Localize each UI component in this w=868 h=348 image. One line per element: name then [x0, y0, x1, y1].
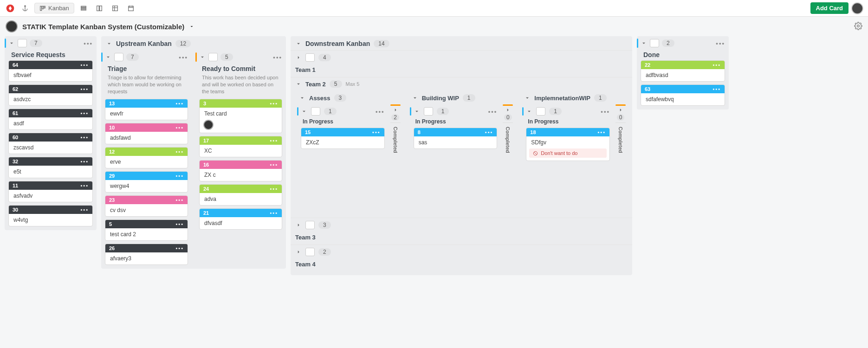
expand-icon[interactable]	[295, 249, 302, 255]
collapse-icon[interactable]	[106, 40, 112, 47]
board-dropdown-icon[interactable]	[189, 24, 194, 29]
expand-icon[interactable]	[295, 222, 302, 228]
column-filter[interactable]	[208, 53, 218, 61]
card-menu-icon[interactable]: •••	[80, 110, 89, 116]
card-menu-icon[interactable]: •••	[175, 173, 184, 179]
kanban-card[interactable]: 3•••Test card	[199, 99, 282, 133]
kanban-card[interactable]: 60•••zscavsd	[8, 133, 93, 154]
card-menu-icon[interactable]: •••	[175, 149, 184, 155]
column-filter[interactable]	[311, 107, 320, 116]
card-menu-icon[interactable]: •••	[713, 62, 721, 68]
card-menu-icon[interactable]: •••	[270, 138, 278, 143]
kanban-card[interactable]: 5•••test card 2	[105, 219, 188, 241]
anchor-icon[interactable]	[19, 3, 32, 14]
board-avatar[interactable]	[6, 20, 18, 32]
card-menu-icon[interactable]: •••	[270, 162, 278, 168]
kanban-view-tab[interactable]: Kanban	[34, 3, 74, 13]
kanban-card[interactable]: 23•••cv dsv	[105, 195, 188, 217]
expand-icon[interactable]	[295, 54, 302, 61]
kanban-card[interactable]: 17•••XC	[199, 136, 282, 157]
column-menu-icon[interactable]: •••	[488, 108, 498, 115]
kanban-card[interactable]: 61•••asdf	[8, 109, 93, 130]
kanban-card[interactable]: 32•••e5t	[8, 157, 93, 178]
column-filter[interactable]	[536, 107, 545, 116]
card-menu-icon[interactable]: •••	[80, 62, 89, 68]
kanban-card[interactable]: 18•••SDfgvDon't want to do	[526, 128, 610, 161]
add-card-button[interactable]: Add Card	[810, 2, 849, 14]
collapse-icon[interactable]	[412, 95, 418, 101]
card-menu-icon[interactable]: •••	[713, 86, 721, 92]
collapse-icon[interactable]	[105, 54, 111, 60]
collapse-icon[interactable]	[526, 108, 532, 115]
column-filter[interactable]	[114, 53, 123, 61]
card-menu-icon[interactable]: •••	[597, 129, 606, 135]
kanban-card[interactable]: 29•••wergw4	[105, 171, 188, 193]
lane-filter[interactable]	[18, 39, 27, 47]
card-menu-icon[interactable]: •••	[175, 125, 184, 130]
kanban-card[interactable]: 63•••sdfafewbvq	[641, 84, 725, 106]
column-filter[interactable]	[424, 107, 433, 116]
kanban-card[interactable]: 16•••ZX c	[199, 160, 282, 181]
column-menu-icon[interactable]: •••	[601, 108, 610, 115]
kanban-card[interactable]: 13•••ewvfr	[105, 99, 188, 120]
table-view-icon[interactable]	[109, 3, 122, 14]
lane-menu-icon[interactable]: •••	[716, 40, 725, 47]
card-menu-icon[interactable]: •••	[80, 159, 89, 164]
swimlane-filter[interactable]	[305, 248, 315, 256]
section-completed-collapsed[interactable]: 0Completed	[615, 104, 626, 211]
card-menu-icon[interactable]: •••	[175, 221, 184, 227]
card-menu-icon[interactable]: •••	[80, 183, 89, 188]
kanban-card[interactable]: 11•••asfvadv	[8, 181, 93, 202]
card-menu-icon[interactable]: •••	[80, 86, 89, 92]
section-completed-collapsed[interactable]: 0Completed	[503, 104, 513, 211]
collapse-icon[interactable]	[199, 54, 206, 60]
kanban-card[interactable]: 26•••afvaery3	[105, 244, 188, 265]
expand-icon[interactable]	[392, 107, 399, 113]
card-menu-icon[interactable]: •••	[270, 210, 278, 216]
column-menu-icon[interactable]: •••	[179, 54, 188, 61]
collapse-icon[interactable]	[641, 40, 647, 46]
card-menu-icon[interactable]: •••	[175, 197, 184, 203]
list-view-icon[interactable]	[77, 3, 90, 14]
collapse-icon[interactable]	[295, 81, 302, 87]
card-menu-icon[interactable]: •••	[270, 101, 278, 106]
lane-filter[interactable]	[650, 39, 659, 47]
card-menu-icon[interactable]: •••	[372, 129, 381, 135]
section-completed-collapsed[interactable]: 2Completed	[390, 104, 401, 211]
board-view-icon[interactable]	[93, 3, 106, 14]
user-avatar[interactable]	[851, 2, 863, 14]
swimlane-filter[interactable]	[305, 53, 315, 62]
collapse-icon[interactable]	[524, 95, 531, 101]
card-menu-icon[interactable]: •••	[485, 129, 493, 135]
card-menu-icon[interactable]: •••	[80, 135, 89, 140]
kanban-card[interactable]: 10•••adsfawd	[105, 123, 188, 144]
kanban-card[interactable]: 24•••adva	[199, 184, 282, 206]
expand-icon[interactable]	[617, 107, 624, 113]
column-menu-icon[interactable]: •••	[273, 54, 282, 61]
card-assignee-avatar[interactable]	[203, 120, 214, 130]
collapse-icon[interactable]	[301, 108, 307, 115]
lane-menu-icon[interactable]: •••	[84, 40, 93, 47]
expand-icon[interactable]	[505, 107, 511, 113]
kanban-card[interactable]: 64•••sfbvaef	[8, 60, 93, 82]
kanban-card[interactable]: 21•••dfvasdf	[199, 208, 282, 230]
card-menu-icon[interactable]: •••	[175, 245, 184, 251]
card-menu-icon[interactable]: •••	[175, 101, 184, 106]
kanban-card[interactable]: 12•••erve	[105, 147, 188, 168]
board-settings-icon[interactable]	[854, 22, 862, 32]
collapse-icon[interactable]	[295, 40, 302, 47]
kanban-card[interactable]: 15•••ZXcZ	[301, 128, 385, 149]
collapse-icon[interactable]	[414, 108, 420, 115]
column-menu-icon[interactable]: •••	[376, 108, 385, 115]
kanban-card[interactable]: 30•••w4vtg	[8, 205, 93, 226]
card-menu-icon[interactable]: •••	[80, 207, 89, 213]
kanban-card[interactable]: 62•••asdvzc	[8, 84, 93, 106]
swimlane-filter[interactable]	[305, 221, 315, 229]
kanban-card[interactable]: 8•••sas	[414, 128, 498, 149]
app-logo[interactable]	[5, 3, 16, 14]
collapse-icon[interactable]	[8, 40, 15, 46]
kanban-card[interactable]: 22•••adfbvasd	[641, 60, 725, 82]
collapse-icon[interactable]	[299, 95, 305, 101]
card-menu-icon[interactable]: •••	[270, 186, 278, 192]
calendar-view-icon[interactable]	[124, 3, 137, 14]
